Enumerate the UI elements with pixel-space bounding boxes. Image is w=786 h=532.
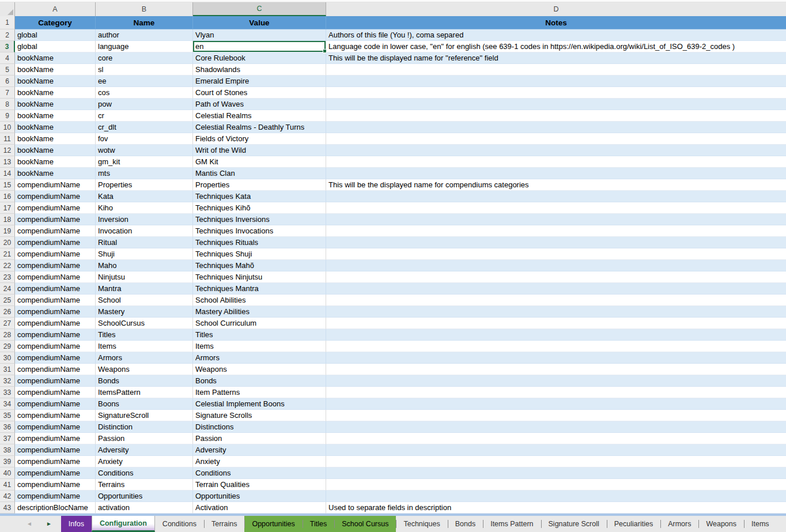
cell-name[interactable]: Kiho [96, 202, 193, 214]
cell-notes[interactable] [326, 306, 786, 318]
cell-value[interactable]: Techniques Mantra [193, 283, 326, 295]
cell-value[interactable]: School Abilities [193, 295, 326, 306]
cell-value[interactable]: School Curriculum [193, 318, 326, 329]
cell-notes[interactable] [326, 110, 786, 122]
row-number[interactable]: 5 [0, 64, 15, 76]
cell-name[interactable]: Boons [96, 398, 193, 410]
sheet-tab-opportunities[interactable]: Opportunities [244, 516, 302, 532]
cell-name[interactable]: SignatureScroll [96, 410, 193, 421]
row-number[interactable]: 28 [0, 329, 15, 341]
row-number[interactable]: 17 [0, 202, 15, 214]
cell-value[interactable]: Mantis Clan [193, 168, 326, 179]
cell-notes[interactable] [326, 64, 786, 76]
cell-value[interactable]: Conditions [193, 467, 326, 479]
cell-category[interactable]: compendiumName [15, 248, 96, 260]
cell-value[interactable]: Path of Waves [193, 99, 326, 110]
cell-notes[interactable] [326, 122, 786, 133]
cell-name[interactable]: wotw [96, 145, 193, 156]
cell-value[interactable]: Core Rulebook [193, 52, 326, 64]
cell-category[interactable]: compendiumName [15, 283, 96, 295]
cell-notes[interactable] [326, 433, 786, 444]
cell-category[interactable]: compendiumName [15, 225, 96, 237]
cell-value[interactable]: Fields of Victory [193, 133, 326, 145]
row-number[interactable]: 25 [0, 295, 15, 306]
cell-value[interactable]: Bonds [193, 375, 326, 387]
cell-category[interactable]: bookName [15, 145, 96, 156]
sheet-tab-titles[interactable]: Titles [303, 516, 334, 532]
cell-value[interactable]: Titles [193, 329, 326, 341]
row-number[interactable]: 16 [0, 191, 15, 202]
cell-name[interactable]: Anxiety [96, 456, 193, 467]
cell-notes[interactable] [326, 352, 786, 364]
cell-name[interactable]: Passion [96, 433, 193, 444]
row-number[interactable]: 40 [0, 467, 15, 479]
cell-value[interactable]: Properties [193, 179, 326, 191]
cell-category[interactable]: compendiumName [15, 410, 96, 421]
row-number[interactable]: 37 [0, 433, 15, 444]
cell-category[interactable]: compendiumName [15, 271, 96, 283]
row-number[interactable]: 23 [0, 271, 15, 283]
cell-value[interactable]: Techniques Invocations [193, 225, 326, 237]
cell-notes[interactable] [326, 295, 786, 306]
cell-notes[interactable] [326, 491, 786, 502]
cell-notes[interactable] [326, 202, 786, 214]
cell-category[interactable]: bookName [15, 110, 96, 122]
cell-notes[interactable] [326, 479, 786, 491]
cell-name[interactable]: School [96, 295, 193, 306]
tab-nav-right-icon[interactable]: ► [46, 521, 52, 527]
cell-name[interactable]: Distinction [96, 421, 193, 433]
cell-name[interactable]: Bonds [96, 375, 193, 387]
cell-category[interactable]: compendiumName [15, 260, 96, 271]
cell-category[interactable]: global [15, 41, 96, 52]
cell-notes[interactable] [326, 133, 786, 145]
column-header-a[interactable]: A [15, 2, 96, 16]
cell-category[interactable]: bookName [15, 52, 96, 64]
cell-name[interactable]: Mantra [96, 283, 193, 295]
cell-notes[interactable] [326, 87, 786, 99]
cell-value[interactable]: Celestial Realms [193, 110, 326, 122]
sheet-tab-signature-scroll[interactable]: Signature Scroll [541, 516, 607, 532]
row-number[interactable]: 36 [0, 421, 15, 433]
cell-category[interactable]: compendiumName [15, 444, 96, 456]
cell-name[interactable]: ItemsPattern [96, 387, 193, 398]
cell-value[interactable]: Techniques Inversions [193, 214, 326, 225]
cell-category[interactable]: compendiumName [15, 433, 96, 444]
cell-name[interactable]: Armors [96, 352, 193, 364]
cell-value[interactable]: Techniques Ninjutsu [193, 271, 326, 283]
sheet-tab-techniques[interactable]: Techniques [396, 516, 447, 532]
row-number[interactable]: 22 [0, 260, 15, 271]
cell-value[interactable]: Armors [193, 352, 326, 364]
cell-name[interactable]: cr [96, 110, 193, 122]
cell-value[interactable]: Adversity [193, 444, 326, 456]
cell-notes[interactable] [326, 168, 786, 179]
cell-notes[interactable] [326, 456, 786, 467]
cell-category[interactable]: global [15, 29, 96, 41]
cell-value[interactable]: Techniques Kihõ [193, 202, 326, 214]
cell-value[interactable]: Techniques Kata [193, 191, 326, 202]
cell-name[interactable]: SchoolCursus [96, 318, 193, 329]
row-number[interactable]: 15 [0, 179, 15, 191]
sheet-tab-terrains[interactable]: Terrains [204, 516, 244, 532]
cell-name[interactable]: author [96, 29, 193, 41]
sheet-tab-bonds[interactable]: Bonds [448, 516, 483, 532]
cell-category[interactable]: compendiumName [15, 191, 96, 202]
cell-value[interactable]: Techniques Shuji [193, 248, 326, 260]
cell-value[interactable]: en [193, 41, 326, 52]
cell-category[interactable]: bookName [15, 99, 96, 110]
cell-value[interactable]: Emerald Empire [193, 76, 326, 87]
cell-name[interactable]: Shuji [96, 248, 193, 260]
row-number[interactable]: 35 [0, 410, 15, 421]
header-cell-notes[interactable]: Notes [326, 16, 786, 29]
cell-name[interactable]: pow [96, 99, 193, 110]
row-number[interactable]: 11 [0, 133, 15, 145]
cell-value[interactable]: Court of Stones [193, 87, 326, 99]
cell-name[interactable]: cr_dlt [96, 122, 193, 133]
cell-notes[interactable] [326, 283, 786, 295]
row-number[interactable]: 27 [0, 318, 15, 329]
cell-category[interactable]: compendiumName [15, 491, 96, 502]
cell-value[interactable]: Mastery Abilities [193, 306, 326, 318]
cell-name[interactable]: Terrains [96, 479, 193, 491]
header-cell-category[interactable]: Category [15, 16, 96, 29]
row-number[interactable]: 42 [0, 491, 15, 502]
cell-notes[interactable] [326, 398, 786, 410]
